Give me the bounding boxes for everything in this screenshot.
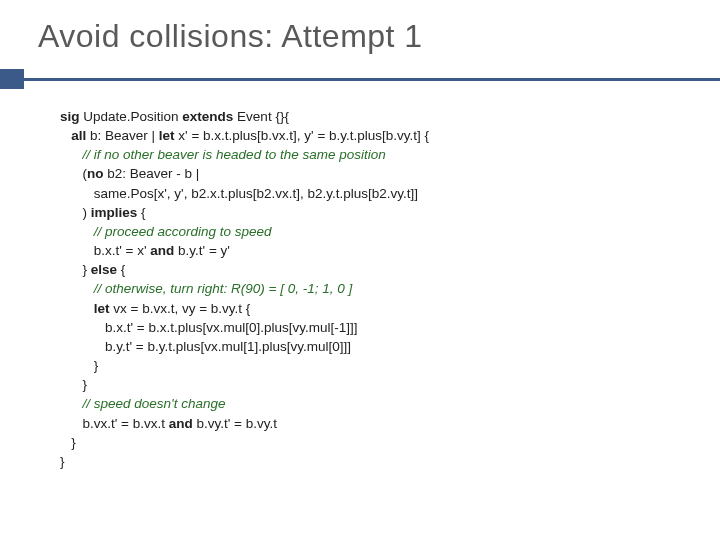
txt: b.y.t' = b.y.t.plus[vx.mul[1].plus[vy.mu… [105,339,351,354]
comment: // if no other beaver is headed to the s… [83,147,386,162]
kw-all: all [71,128,86,143]
kw-else: else [91,262,117,277]
txt: b.x.t' = x' [94,243,151,258]
txt: } [71,435,76,450]
txt: same.Pos[x', y', b2.x.t.plus[b2.vx.t], b… [94,186,418,201]
kw-and: and [169,416,193,431]
txt: b: Beaver | [86,128,159,143]
kw-extends: extends [182,109,233,124]
kw-no: no [87,166,104,181]
slide-title: Avoid collisions: Attempt 1 [0,0,720,55]
txt: x' = b.x.t.plus[b.vx.t], y' = b.y.t.plus… [175,128,430,143]
kw-implies: implies [91,205,138,220]
comment: // speed doesn't change [83,396,226,411]
txt: Update.Position [80,109,183,124]
txt: } [94,358,99,373]
txt: b.y.t' = y' [174,243,230,258]
txt: b2: Beaver - b | [104,166,200,181]
kw-let: let [159,128,175,143]
txt: ) [83,205,91,220]
txt: b.vy.t' = b.vy.t [193,416,277,431]
txt: { [117,262,125,277]
txt: Event {}{ [233,109,289,124]
txt: { [137,205,145,220]
comment: // proceed according to speed [94,224,272,239]
txt: vx = b.vx.t, vy = b.vy.t { [110,301,251,316]
txt: } [83,377,88,392]
kw-sig: sig [60,109,80,124]
accent-block [0,69,24,89]
code-block: sig Update.Position extends Event {}{ al… [0,89,720,471]
comment: // otherwise, turn right: R(90) = [ 0, -… [94,281,352,296]
slide: Avoid collisions: Attempt 1 sig Update.P… [0,0,720,540]
txt: b.x.t' = b.x.t.plus[vx.mul[0].plus[vy.mu… [105,320,358,335]
kw-and: and [150,243,174,258]
txt: } [60,454,65,469]
accent-line [24,78,720,81]
kw-let: let [94,301,110,316]
txt: b.vx.t' = b.vx.t [83,416,169,431]
accent-row [0,69,720,89]
txt: } [83,262,91,277]
